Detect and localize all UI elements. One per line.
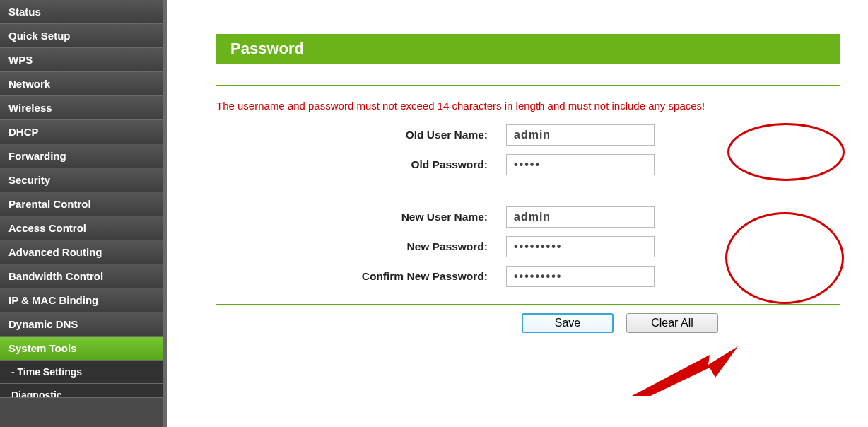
- svg-marker-0: [632, 346, 738, 396]
- app-container: Status Quick Setup WPS Network Wireless …: [0, 0, 868, 427]
- sidebar-item-parental-control[interactable]: Parental Control: [0, 192, 163, 216]
- row-old-user: Old User Name:: [216, 124, 840, 146]
- label-old-user: Old User Name:: [216, 129, 506, 141]
- confirm-password-input[interactable]: [506, 266, 655, 287]
- label-old-pass: Old Password:: [216, 158, 506, 171]
- sidebar-sub-label: - Time Settings: [11, 366, 82, 378]
- sidebar-item-label: Wireless: [8, 102, 52, 114]
- sidebar-item-label: Bandwidth Control: [8, 270, 103, 282]
- sidebar-item-label: Dynamic DNS: [8, 318, 78, 330]
- sidebar-item-access-control[interactable]: Access Control: [0, 216, 163, 240]
- sidebar-sub-diagnostic[interactable]: Diagnostic: [0, 384, 163, 398]
- sidebar-item-security[interactable]: Security: [0, 168, 163, 192]
- main-content: Password The username and password must …: [167, 0, 868, 427]
- clear-all-button[interactable]: Clear All: [626, 313, 718, 333]
- label-confirm-pass: Confirm New Password:: [216, 270, 506, 283]
- sidebar-item-label: DHCP: [8, 126, 39, 138]
- label-new-pass: New Password:: [216, 240, 506, 253]
- sidebar-item-forwarding[interactable]: Forwarding: [0, 144, 163, 168]
- sidebar-item-label: Status: [8, 6, 41, 18]
- sidebar-item-wireless[interactable]: Wireless: [0, 96, 163, 120]
- sidebar-item-label: Advanced Routing: [8, 246, 102, 258]
- warning-text: The username and password must not excee…: [216, 100, 840, 112]
- sidebar-item-status[interactable]: Status: [0, 0, 163, 24]
- button-row: Save Clear All: [522, 313, 840, 333]
- sidebar-item-network[interactable]: Network: [0, 72, 163, 96]
- sidebar-item-ip-mac-binding[interactable]: IP & MAC Binding: [0, 288, 163, 312]
- sidebar-item-quick-setup[interactable]: Quick Setup: [0, 24, 163, 48]
- sidebar-item-label: Access Control: [8, 222, 86, 234]
- sidebar-item-system-tools[interactable]: System Tools: [0, 337, 163, 361]
- sidebar-item-label: Parental Control: [8, 198, 91, 210]
- sidebar: Status Quick Setup WPS Network Wireless …: [0, 0, 167, 427]
- sidebar-item-dynamic-dns[interactable]: Dynamic DNS: [0, 312, 163, 337]
- sidebar-item-wps[interactable]: WPS: [0, 48, 163, 72]
- annotation-arrow-icon: [632, 346, 738, 396]
- sidebar-item-label: Security: [8, 174, 50, 186]
- sidebar-item-label: WPS: [8, 54, 33, 66]
- new-password-input[interactable]: [506, 236, 655, 257]
- sidebar-item-label: Quick Setup: [8, 30, 71, 42]
- new-username-input[interactable]: [506, 206, 655, 228]
- old-username-input[interactable]: [506, 124, 655, 146]
- old-password-input[interactable]: [506, 154, 655, 175]
- divider-bottom: [216, 304, 840, 305]
- sidebar-item-dhcp[interactable]: DHCP: [0, 120, 163, 144]
- save-button[interactable]: Save: [522, 313, 614, 333]
- sidebar-item-label: Forwarding: [8, 150, 66, 162]
- sidebar-item-bandwidth-control[interactable]: Bandwidth Control: [0, 264, 163, 288]
- row-confirm-pass: Confirm New Password:: [216, 266, 840, 287]
- row-new-pass: New Password:: [216, 236, 840, 257]
- sidebar-item-label: System Tools: [8, 342, 76, 354]
- label-new-user: New User Name:: [216, 211, 506, 223]
- page-title: Password: [216, 34, 840, 64]
- sidebar-item-label: Network: [8, 78, 50, 90]
- form: Old User Name: Old Password: New User Na…: [216, 124, 840, 287]
- row-new-user: New User Name:: [216, 206, 840, 228]
- sidebar-item-label: IP & MAC Binding: [8, 294, 98, 306]
- sidebar-item-advanced-routing[interactable]: Advanced Routing: [0, 240, 163, 264]
- row-old-pass: Old Password:: [216, 154, 840, 175]
- sidebar-sub-time-settings[interactable]: - Time Settings: [0, 361, 163, 384]
- sidebar-sub-label: Diagnostic: [11, 390, 62, 398]
- divider-top: [216, 85, 840, 86]
